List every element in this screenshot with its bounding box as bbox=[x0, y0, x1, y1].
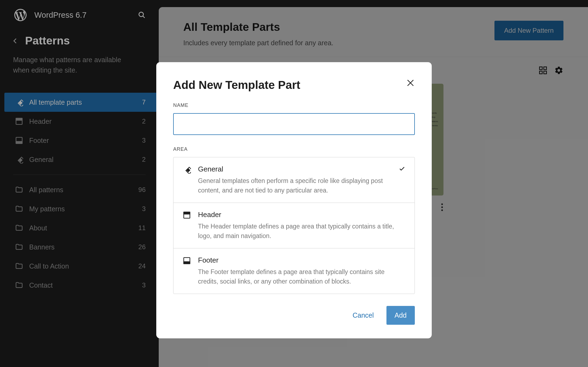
close-icon bbox=[406, 79, 415, 87]
area-list: General General templates often perform … bbox=[173, 157, 415, 294]
area-option-footer[interactable]: Footer The Footer template defines a pag… bbox=[173, 248, 415, 294]
add-template-part-modal: Add New Template Part NAME AREA General … bbox=[156, 62, 432, 338]
area-title: Header bbox=[198, 210, 405, 219]
modal-actions: Cancel Add bbox=[173, 306, 415, 325]
area-description: The Footer template defines a page area … bbox=[198, 267, 405, 286]
footer-icon bbox=[183, 257, 191, 265]
area-description: General templates often perform a specif… bbox=[198, 176, 405, 195]
name-input[interactable] bbox=[173, 113, 415, 135]
diamond-icon bbox=[183, 166, 191, 174]
cancel-button[interactable]: Cancel bbox=[344, 306, 382, 325]
modal-backdrop: Add New Template Part NAME AREA General … bbox=[0, 0, 588, 367]
area-title: Footer bbox=[198, 256, 405, 264]
close-button[interactable] bbox=[406, 79, 415, 88]
name-label: NAME bbox=[173, 103, 415, 108]
modal-title: Add New Template Part bbox=[173, 79, 415, 92]
area-option-general[interactable]: General General templates often perform … bbox=[173, 157, 415, 203]
header-icon bbox=[183, 211, 191, 220]
area-title: General bbox=[198, 165, 405, 173]
add-button[interactable]: Add bbox=[386, 306, 415, 325]
svg-rect-21 bbox=[184, 262, 190, 264]
svg-rect-19 bbox=[184, 212, 190, 214]
area-option-header[interactable]: Header The Header template defines a pag… bbox=[173, 203, 415, 248]
area-description: The Header template defines a page area … bbox=[198, 222, 405, 240]
area-label: AREA bbox=[173, 146, 415, 152]
check-icon bbox=[399, 166, 405, 173]
